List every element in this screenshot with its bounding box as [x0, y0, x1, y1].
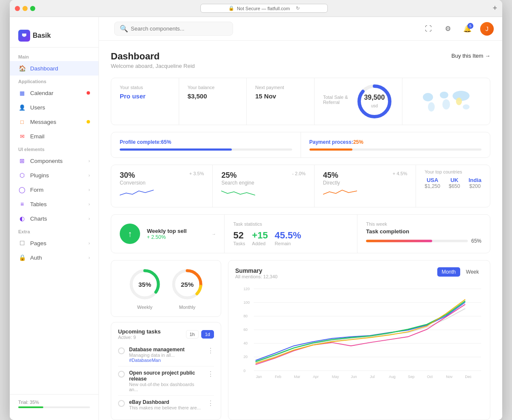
- email-label: Email: [30, 133, 90, 140]
- pages-label: Pages: [30, 240, 84, 246]
- messages-label: Messages: [30, 119, 82, 125]
- task-remain-sub: Remain: [275, 241, 301, 246]
- components-icon: ⊞: [18, 157, 26, 165]
- sidebar-item-charts[interactable]: ◐ Charts ›: [10, 211, 98, 226]
- donut-card: Total Sale & Referral 39,500 usd: [315, 78, 402, 125]
- url-text: Not Secure — flatfull.com: [237, 6, 290, 11]
- svg-point-8: [463, 104, 470, 109]
- top-header-bar: 🔍 ⛶ ⚙ 🔔 5 J: [99, 17, 502, 41]
- svg-point-7: [428, 102, 435, 112]
- sidebar-item-pages[interactable]: ☐ Pages ›: [10, 236, 98, 250]
- country-uk: UK $650: [449, 177, 460, 189]
- filter-1h[interactable]: 1h: [186, 330, 199, 339]
- chart-section: Summary All mentions: 12,340 Month Week: [228, 260, 490, 420]
- refresh-icon[interactable]: ↻: [296, 6, 300, 11]
- svg-text:Oct: Oct: [427, 375, 433, 379]
- page-title-area: Dashboard Welcome aboard, Jacqueline Rei…: [111, 51, 195, 69]
- settings-button[interactable]: ⚙: [441, 22, 455, 36]
- profile-bar-track: [120, 148, 292, 151]
- sidebar-item-email[interactable]: ✉ Email: [10, 129, 98, 143]
- svg-text:Aug: Aug: [389, 375, 396, 379]
- country-usa: USA $1,250: [425, 177, 440, 189]
- profile-pct: 65%: [161, 139, 171, 145]
- donut-unit: usd: [371, 104, 378, 108]
- sidebar-item-plugins[interactable]: ⬡ Plugins ›: [10, 168, 98, 182]
- titlebar: 🔒 Not Secure — flatfull.com ↻ +: [10, 0, 502, 17]
- users-icon: 👤: [18, 104, 26, 111]
- sidebar-item-form[interactable]: ◯ Form ›: [10, 182, 98, 197]
- task-info-2: eBay Dashboard This makes me believe the…: [129, 399, 203, 410]
- sidebar-item-messages[interactable]: □ Messages: [10, 115, 98, 129]
- task-info-1: Open source project public release New o…: [129, 370, 203, 392]
- task-stats-values: 52 Tasks +15 Added 45.5% Remain: [233, 230, 349, 246]
- new-tab-button[interactable]: +: [492, 4, 497, 13]
- notifications-button[interactable]: 🔔 5: [461, 22, 474, 36]
- search-input[interactable]: [131, 25, 228, 32]
- notification-count: 5: [467, 23, 473, 29]
- search-bar[interactable]: 🔍: [114, 22, 233, 36]
- svg-text:60: 60: [243, 328, 248, 332]
- sidebar-item-users[interactable]: 👤 Users: [10, 100, 98, 115]
- task-checkbox-1[interactable]: [118, 371, 125, 378]
- task-count-num: 52: [233, 230, 245, 241]
- task-more-1[interactable]: ⋮: [207, 370, 214, 378]
- total-sale-label-area: Total Sale & Referral: [323, 95, 349, 108]
- task-count-sub: Tasks: [233, 241, 245, 246]
- sidebar-item-components[interactable]: ⊞ Components ›: [10, 154, 98, 168]
- metric-value-2: 45% Directly: [323, 171, 340, 187]
- svg-text:Feb: Feb: [275, 375, 281, 379]
- sidebar-bottom: Trial: 35%: [10, 394, 98, 413]
- metrics-row: 30% Conversion + 3.5%: [111, 165, 490, 207]
- sell-arrow-icon[interactable]: →: [211, 232, 216, 236]
- trial-bar-track: [18, 406, 90, 408]
- sell-info: Weekly top sell + 2.50%: [147, 228, 205, 240]
- sell-change: + 2.50%: [147, 234, 205, 240]
- page-header: Dashboard Welcome aboard, Jacqueline Rei…: [111, 51, 490, 69]
- country-name-1: UK: [449, 177, 460, 183]
- extra-section-label: Extra: [10, 226, 98, 236]
- chart-tabs: Month Week: [437, 267, 483, 277]
- world-map: [419, 87, 474, 116]
- task-item-0: Database management Managing data in all…: [118, 343, 214, 367]
- filter-1d[interactable]: 1d: [201, 330, 214, 339]
- task-checkbox-2[interactable]: [118, 400, 125, 407]
- trial-bar-fill: [18, 406, 43, 408]
- sidebar-item-auth[interactable]: 🔒 Auth ›: [10, 250, 98, 265]
- payment-progress-card: Payment process:25%: [301, 132, 490, 157]
- metric-value-0: 30% Conversion: [120, 171, 146, 187]
- sparkline-0: [120, 187, 154, 199]
- app-name: Basik: [33, 32, 51, 39]
- task-more-2[interactable]: ⋮: [207, 399, 214, 407]
- task-item-1: Open source project public release New o…: [118, 367, 214, 396]
- user-avatar[interactable]: J: [480, 22, 494, 36]
- sidebar-item-calendar[interactable]: ▦ Calendar: [10, 86, 98, 100]
- sidebar-item-dashboard[interactable]: 🏠 Dashboard: [10, 61, 98, 76]
- form-icon: ◯: [18, 186, 26, 193]
- svg-text:Jul: Jul: [370, 375, 374, 379]
- task-stat-count: 52 Tasks: [233, 230, 245, 246]
- tab-month[interactable]: Month: [437, 267, 460, 277]
- buy-link[interactable]: Buy this Item →: [451, 53, 490, 59]
- chart-subtitle: All mentions: 12,340: [235, 274, 278, 279]
- tables-chevron: ›: [88, 202, 90, 207]
- auth-label: Auth: [30, 255, 84, 261]
- upcoming-filters: 1h 1d: [186, 330, 214, 339]
- users-label: Users: [30, 104, 90, 111]
- tab-week[interactable]: Week: [462, 267, 483, 277]
- url-bar[interactable]: 🔒 Not Secure — flatfull.com ↻: [200, 4, 328, 13]
- sell-icon: ↑: [120, 224, 140, 244]
- sidebar-item-tables[interactable]: ≡ Tables ›: [10, 197, 98, 211]
- sidebar: Basik Main 🏠 Dashboard Applications ▦ Ca…: [10, 17, 99, 420]
- tables-label: Tables: [30, 201, 84, 207]
- fullscreen-button[interactable]: ⛶: [422, 22, 435, 36]
- balance-label: Your balance: [188, 85, 238, 90]
- minimize-button[interactable]: [23, 6, 28, 11]
- close-button[interactable]: [15, 6, 20, 11]
- task-checkbox-0[interactable]: [118, 347, 125, 354]
- task-stats-label: Task statistics: [233, 221, 349, 227]
- svg-text:Mar: Mar: [294, 375, 300, 379]
- task-more-0[interactable]: ⋮: [207, 347, 214, 355]
- svg-text:Jan: Jan: [256, 375, 262, 379]
- payment-label: Next payment: [255, 85, 306, 90]
- maximize-button[interactable]: [30, 6, 35, 11]
